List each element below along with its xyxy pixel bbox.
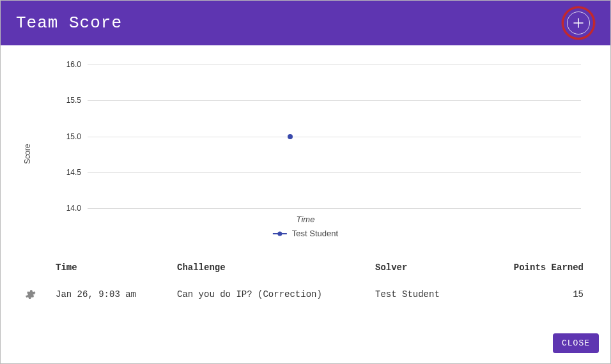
chart-data-point <box>288 134 293 139</box>
chart-legend: Test Student <box>273 229 338 238</box>
table-col-challenge: Challenge <box>177 262 369 273</box>
add-button-highlight <box>562 6 595 40</box>
y-tick: 16.0 <box>66 60 81 69</box>
gridline <box>88 208 581 209</box>
team-score-modal: Team Score Score 16.0 15.5 15.0 14.5 14.… <box>0 0 611 364</box>
modal-footer: CLOSE <box>1 327 610 363</box>
table-header: Time Challenge Solver Points Earned <box>24 255 587 280</box>
chart-plot: 16.0 15.5 15.0 14.5 14.0 <box>88 64 581 208</box>
score-table: Time Challenge Solver Points Earned Jan … <box>24 255 587 308</box>
cell-time: Jan 26, 9:03 am <box>56 289 171 300</box>
cell-solver: Test Student <box>375 289 503 300</box>
row-settings-button[interactable] <box>24 288 36 301</box>
modal-title: Team Score <box>16 13 122 33</box>
table-col-time: Time <box>56 262 171 273</box>
gridline <box>88 137 581 137</box>
gridline <box>88 100 581 101</box>
y-tick: 15.5 <box>66 96 81 105</box>
gridline <box>88 172 581 173</box>
add-button-ring <box>562 6 595 40</box>
y-tick: 14.5 <box>66 168 81 177</box>
gridline <box>88 64 581 65</box>
y-tick: 15.0 <box>66 132 81 141</box>
score-chart: Score 16.0 15.5 15.0 14.5 14.0 Time Test… <box>24 58 587 250</box>
legend-series-label: Test Student <box>292 229 338 238</box>
y-tick: 14.0 <box>66 204 81 213</box>
table-col-points: Points Earned <box>509 262 587 273</box>
modal-content: Score 16.0 15.5 15.0 14.5 14.0 Time Test… <box>1 45 610 327</box>
modal-header: Team Score <box>1 1 610 45</box>
table-row: Jan 26, 9:03 am Can you do IP? (Correcti… <box>24 280 587 308</box>
gear-icon <box>24 289 36 300</box>
chart-ylabel: Score <box>23 144 32 163</box>
cell-challenge: Can you do IP? (Correction) <box>177 289 369 300</box>
table-col-solver: Solver <box>375 262 503 273</box>
cell-points: 15 <box>509 289 587 300</box>
chart-xlabel: Time <box>297 215 315 224</box>
close-button[interactable]: CLOSE <box>553 333 599 353</box>
legend-line-icon <box>273 233 287 234</box>
